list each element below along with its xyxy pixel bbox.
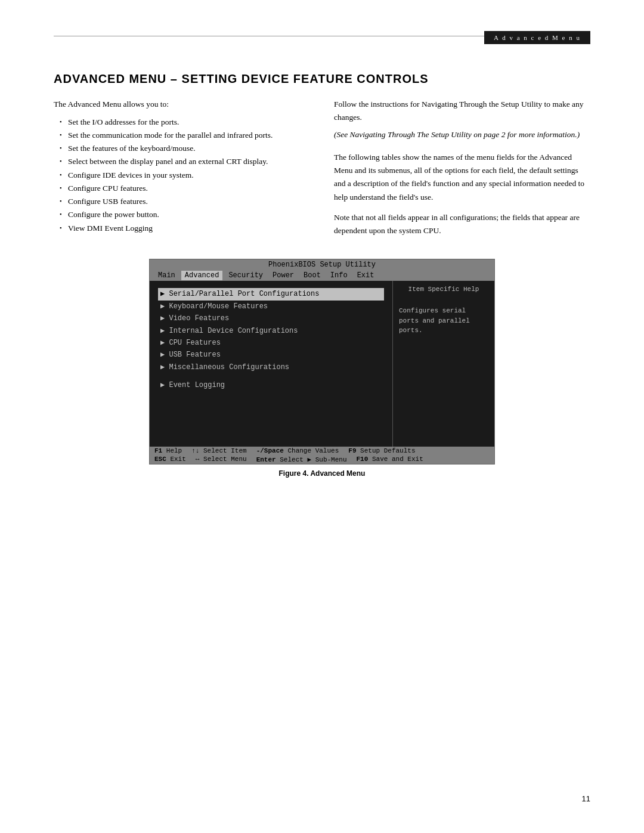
- list-item: Configure IDE devices in your system.: [60, 169, 310, 182]
- bios-menu-info[interactable]: Info: [327, 271, 351, 280]
- bios-f10: F10 Save and Exit: [357, 456, 423, 463]
- bios-footer-row2: ESC Exit ↔ Select Menu Enter Select ▶ Su…: [150, 455, 494, 464]
- list-item: Configure CPU features.: [60, 182, 310, 195]
- intro-right-italic: (See Navigating Through The Setup Utilit…: [334, 128, 590, 141]
- intro-columns: The Advanced Menu allows you to: Set the…: [54, 98, 590, 244]
- intro-left-text: The Advanced Menu allows you to:: [54, 98, 310, 111]
- header-bar-text: A d v a n c e d M e n u: [494, 34, 581, 41]
- bios-help-panel: Item Specific Help Configures serial por…: [393, 281, 494, 446]
- bios-menu-security[interactable]: Security: [225, 271, 267, 280]
- page-container: A d v a n c e d M e n u ADVANCED MENU – …: [0, 0, 644, 833]
- bios-option-video[interactable]: ▶ Video Features: [158, 312, 384, 324]
- list-item: Configure USB features.: [60, 195, 310, 208]
- bios-enter: Enter Select ▶ Sub-Menu: [256, 456, 347, 463]
- bios-title: PhoenixBIOS Setup Utility: [268, 261, 376, 269]
- bios-option-misc[interactable]: ▶ Miscellaneous Configurations: [158, 361, 384, 373]
- list-item: View DMI Event Logging: [60, 222, 310, 235]
- intro-left: The Advanced Menu allows you to: Set the…: [54, 98, 310, 244]
- bios-option-internal[interactable]: ▶ Internal Device Configurations: [158, 325, 384, 337]
- bios-title-bar: PhoenixBIOS Setup Utility: [150, 259, 494, 270]
- bios-updown: ↑↓ Select Item: [191, 447, 246, 454]
- bullet-list: Set the I/O addresses for the ports. Set…: [60, 116, 310, 235]
- bios-menu-bar: Main Advanced Security Power Boot Info E…: [150, 270, 494, 281]
- page-number: 11: [582, 794, 590, 803]
- list-item: Configure the power button.: [60, 208, 310, 221]
- header-bar: A d v a n c e d M e n u: [484, 31, 590, 44]
- bios-option-serial[interactable]: ▶ Serial/Parallel Port Configurations: [158, 288, 384, 300]
- list-item: Set the communication mode for the paral…: [60, 129, 310, 142]
- page-title: ADVANCED MENU – SETTING DEVICE FEATURE C…: [54, 72, 590, 86]
- bios-help-text: Configures serial ports and parallel por…: [399, 306, 488, 336]
- bios-leftright: ↔ Select Menu: [196, 456, 247, 463]
- bios-menu-power[interactable]: Power: [269, 271, 298, 280]
- bios-space: -/Space Change Values: [256, 447, 339, 454]
- list-item: Set the I/O addresses for the ports.: [60, 116, 310, 129]
- list-item: Select between the display panel and an …: [60, 155, 310, 168]
- bios-screenshot: PhoenixBIOS Setup Utility Main Advanced …: [149, 259, 495, 464]
- intro-right-para1: Follow the instructions for Navigating T…: [334, 98, 590, 123]
- bios-esc: ESC Exit: [154, 456, 186, 463]
- bios-option-usb[interactable]: ▶ USB Features: [158, 349, 384, 361]
- intro-right: Follow the instructions for Navigating T…: [334, 98, 590, 244]
- bios-help-title: Item Specific Help: [399, 286, 488, 293]
- bios-f1: F1 Help: [154, 447, 182, 454]
- bios-menu-exit[interactable]: Exit: [354, 271, 378, 280]
- bios-f9: F9 Setup Defaults: [348, 447, 415, 454]
- bios-menu-advanced[interactable]: Advanced: [181, 271, 223, 280]
- bios-footer-row1: F1 Help ↑↓ Select Item -/Space Change Va…: [150, 447, 494, 455]
- bios-menu-boot[interactable]: Boot: [300, 271, 324, 280]
- list-item: Set the features of the keyboard/mouse.: [60, 142, 310, 155]
- figure-caption-text: Figure 4. Advanced Menu: [279, 469, 366, 478]
- intro-right-para3: Note that not all fields appear in all c…: [334, 211, 590, 238]
- bios-main-panel: ▶ Serial/Parallel Port Configurations ▶ …: [150, 281, 393, 446]
- bios-option-cpu[interactable]: ▶ CPU Features: [158, 337, 384, 349]
- figure-caption: Figure 4. Advanced Menu: [54, 469, 590, 478]
- intro-right-para2: The following tables show the names of t…: [334, 151, 590, 204]
- bios-spacer: [158, 373, 384, 379]
- bios-option-keyboard[interactable]: ▶ Keyboard/Mouse Features: [158, 301, 384, 312]
- bios-option-event[interactable]: ▶ Event Logging: [158, 379, 384, 391]
- bios-content-area: ▶ Serial/Parallel Port Configurations ▶ …: [150, 281, 494, 446]
- bios-menu-main[interactable]: Main: [154, 271, 179, 280]
